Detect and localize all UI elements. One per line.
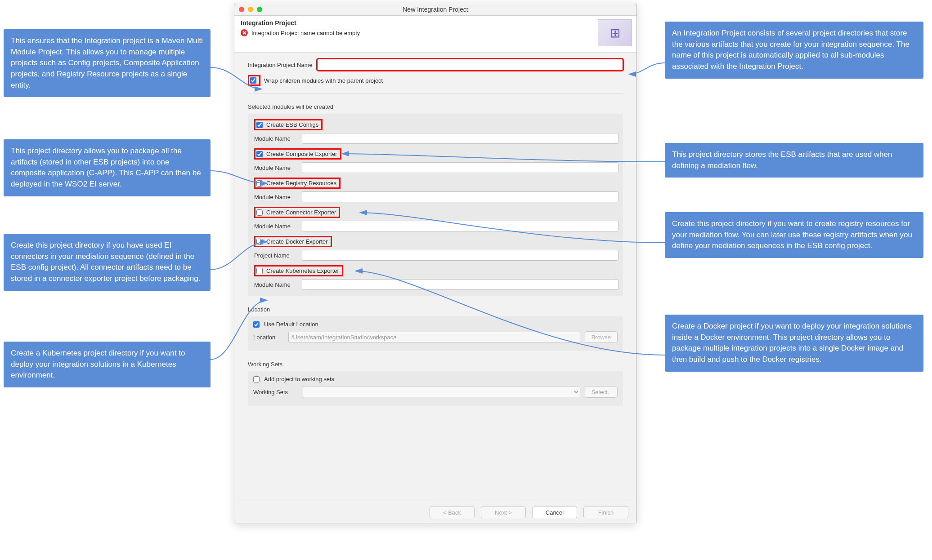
esb-configs-module-name-input[interactable] bbox=[302, 133, 618, 144]
callout-connector-exporter: Create this project directory if you hav… bbox=[4, 234, 211, 291]
create-kubernetes-exporter-label: Create Kubernetes Exporter bbox=[266, 267, 339, 274]
create-registry-resources-checkbox[interactable] bbox=[256, 180, 263, 187]
kubernetes-exporter-module-name-input[interactable] bbox=[302, 279, 618, 290]
modules-panel: Create ESB Configs Module Name Create Co… bbox=[248, 114, 623, 296]
callout-registry-resources: Create this project directory if you wan… bbox=[665, 212, 923, 258]
kubernetes-exporter-module-name-label: Module Name bbox=[252, 281, 297, 288]
callout-wrap-children: This ensures that the Integration projec… bbox=[4, 29, 211, 97]
add-to-working-sets-label: Add project to working sets bbox=[264, 376, 334, 382]
docker-exporter-project-name-label: Project Name bbox=[252, 252, 297, 259]
page-title: Integration Project bbox=[241, 19, 630, 27]
minimize-window-icon[interactable] bbox=[248, 7, 253, 12]
create-registry-resources-label: Create Registry Resources bbox=[266, 180, 336, 187]
connector-exporter-module-name-input[interactable] bbox=[302, 221, 618, 231]
cancel-button[interactable]: Cancel bbox=[532, 507, 577, 518]
browse-button: Browse bbox=[585, 331, 618, 343]
titlebar: New Integration Project bbox=[234, 3, 636, 16]
dialog-header: Integration Project Integration Project … bbox=[234, 16, 636, 53]
callout-composite-exporter: This project directory allows you to pac… bbox=[4, 139, 211, 196]
connector-exporter-module-name-label: Module Name bbox=[252, 223, 297, 230]
location-panel: Use Default Location Location Browse bbox=[248, 316, 623, 351]
next-button: Next > bbox=[481, 507, 526, 518]
close-window-icon[interactable] bbox=[239, 7, 244, 12]
wizard-banner-icon: ⊞ bbox=[598, 19, 632, 46]
callout-kubernetes-exporter: Create a Kubernetes project directory if… bbox=[4, 342, 211, 387]
error-message: Integration Project name cannot be empty bbox=[251, 30, 360, 36]
select-working-sets-button: Select.. bbox=[585, 386, 618, 398]
working-sets-heading: Working Sets bbox=[248, 361, 623, 368]
add-to-working-sets-checkbox[interactable] bbox=[253, 376, 260, 382]
create-connector-exporter-checkbox[interactable] bbox=[256, 209, 263, 216]
location-heading: Location bbox=[248, 306, 623, 313]
error-icon bbox=[241, 29, 248, 36]
location-input bbox=[288, 332, 580, 342]
finish-button: Finish bbox=[583, 507, 628, 518]
create-kubernetes-exporter-checkbox[interactable] bbox=[256, 268, 263, 274]
registry-resources-module-name-label: Module Name bbox=[252, 194, 297, 200]
create-docker-exporter-label: Create Docker Exporter bbox=[266, 238, 328, 245]
wrap-children-label: Wrap children modules with the parent pr… bbox=[264, 77, 383, 84]
use-default-location-checkbox[interactable] bbox=[253, 321, 260, 328]
callout-esb-configs: This project directory stores the ESB ar… bbox=[665, 143, 923, 178]
use-default-location-label: Use Default Location bbox=[264, 321, 318, 328]
location-label: Location bbox=[253, 334, 284, 341]
working-sets-panel: Add project to working sets Working Sets… bbox=[248, 371, 623, 406]
docker-exporter-project-name-input[interactable] bbox=[302, 250, 618, 261]
create-esb-configs-checkbox[interactable] bbox=[256, 122, 263, 128]
wrap-children-checkbox[interactable] bbox=[250, 77, 256, 84]
new-integration-project-dialog: New Integration Project Integration Proj… bbox=[234, 3, 637, 524]
composite-exporter-module-name-label: Module Name bbox=[252, 164, 297, 171]
callout-docker-exporter: Create a Docker project if you want to d… bbox=[665, 315, 923, 372]
create-docker-exporter-checkbox[interactable] bbox=[256, 239, 263, 245]
create-composite-exporter-label: Create Composite Exporter bbox=[266, 151, 337, 157]
esb-configs-module-name-label: Module Name bbox=[252, 135, 297, 142]
working-sets-label: Working Sets bbox=[253, 389, 298, 396]
create-connector-exporter-label: Create Connector Exporter bbox=[266, 209, 336, 216]
working-sets-select bbox=[303, 387, 580, 397]
callout-project-name: An Integration Project consists of sever… bbox=[665, 22, 923, 79]
modules-heading: Selected modules will be created bbox=[248, 103, 623, 110]
project-name-label: Integration Project Name bbox=[248, 62, 313, 68]
project-name-input[interactable] bbox=[317, 59, 623, 71]
registry-resources-module-name-input[interactable] bbox=[302, 191, 618, 202]
back-button: < Back bbox=[430, 507, 475, 518]
composite-exporter-module-name-input[interactable] bbox=[302, 162, 618, 173]
create-esb-configs-label: Create ESB Configs bbox=[266, 121, 318, 128]
dialog-footer: < Back Next > Cancel Finish bbox=[234, 501, 636, 524]
zoom-window-icon[interactable] bbox=[257, 7, 262, 12]
window-title: New Integration Project bbox=[234, 6, 636, 13]
create-composite-exporter-checkbox[interactable] bbox=[256, 151, 263, 157]
